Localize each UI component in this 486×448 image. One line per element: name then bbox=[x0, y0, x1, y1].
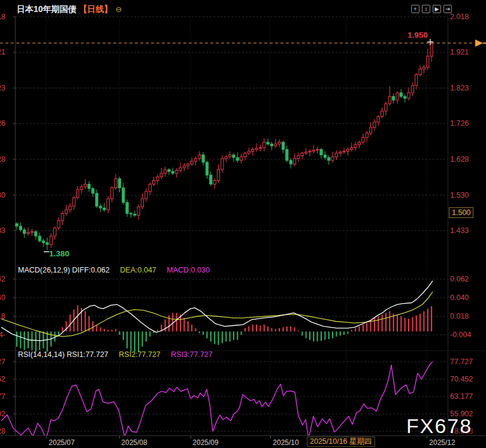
left-rsi-axis-label: 70.452 bbox=[0, 374, 5, 384]
chart-canvas[interactable] bbox=[0, 0, 486, 448]
left-macd-axis-label: 0.062 bbox=[0, 274, 5, 284]
rsi-indicator-name: RSI(14,14,14) bbox=[18, 350, 65, 359]
macd-axis-label: -0.004 bbox=[450, 330, 471, 340]
left-rsi-axis-label: 55.902 bbox=[0, 409, 5, 419]
scroll-to-latest-icon[interactable]: ⇥ bbox=[443, 5, 452, 13]
price-axis-label: 1.433 bbox=[450, 226, 469, 235]
price-axis-label: 1.530 bbox=[450, 190, 469, 200]
left-macd-axis-label: 0.018 bbox=[0, 311, 5, 321]
price-axis-label: 1.823 bbox=[450, 83, 469, 93]
left-price-axis-label: 1.433 bbox=[0, 226, 5, 235]
crosshair-date-label: 2025/10/16 星期四 bbox=[307, 437, 375, 447]
rsi3-value: RSI3:77.727 bbox=[171, 350, 213, 359]
chart-toolbar: +↕▶⇥ bbox=[411, 5, 452, 13]
left-price-axis-label: 1.628 bbox=[0, 155, 5, 164]
x-axis-tick bbox=[270, 436, 271, 438]
left-rsi-axis-label: 77.727 bbox=[0, 357, 5, 367]
macd-axis-label: 0.040 bbox=[450, 293, 469, 302]
pan-tool-icon[interactable]: + bbox=[411, 5, 419, 13]
left-price-axis-label: 1.530 bbox=[0, 190, 5, 200]
left-price-axis-label: 1.823 bbox=[0, 83, 5, 93]
collapse-indicator-icon[interactable]: ⊖ bbox=[116, 5, 122, 14]
rsi2-value: RSI2:77.727 bbox=[119, 350, 161, 359]
price-axis-label: 1.628 bbox=[450, 155, 469, 164]
chart-title-row: 日本10年期国债【日线】⊖ bbox=[17, 4, 122, 15]
macd-axis-label: 0.062 bbox=[450, 274, 469, 284]
left-macd-axis-label: 0.040 bbox=[0, 293, 5, 302]
macd-dea-value: DEA:0.047 bbox=[120, 266, 156, 274]
x-axis-label: 2025/08 bbox=[121, 438, 147, 447]
macd-diff-value: DIFF:0.062 bbox=[72, 266, 110, 274]
x-axis-label: 2025/07 bbox=[49, 438, 74, 447]
low-price-label: 1.380 bbox=[49, 249, 70, 258]
left-price-axis-label: 2.018 bbox=[0, 12, 5, 22]
x-axis-tick bbox=[46, 436, 47, 438]
left-rsi-axis-label: 48.628 bbox=[0, 426, 5, 436]
x-axis-label: 2025/10 bbox=[273, 438, 298, 447]
rsi-axis-label: 63.177 bbox=[450, 392, 473, 401]
left-price-axis-label: 1.726 bbox=[0, 119, 5, 128]
price-axis-label: 1.921 bbox=[450, 47, 469, 57]
fx678-watermark: FX678 bbox=[406, 414, 472, 438]
macd-indicator-name: MACD(26,12,9) bbox=[18, 266, 70, 274]
macd-panel-header: MACD(26,12,9) DIFF:0.062 DEA:0.047 MACD:… bbox=[18, 266, 218, 274]
price-alert-axis-label[interactable]: 1.500 bbox=[449, 207, 473, 218]
period-label[interactable]: 【日线】 bbox=[79, 4, 113, 14]
left-rsi-axis-label: 63.177 bbox=[0, 392, 5, 401]
high-price-label: 1.950 bbox=[407, 31, 428, 40]
x-axis-label: 2025/09 bbox=[192, 438, 218, 447]
x-axis-tick bbox=[191, 436, 191, 438]
price-scale-icon[interactable]: ↕ bbox=[422, 5, 430, 13]
rsi-panel-header: RSI(14,14,14) RSI1:77.727 RSI2:77.727 RS… bbox=[18, 350, 221, 359]
chart-window: 日本10年期国债【日线】⊖ +↕▶⇥ 1.950 1.380 1.500 MAC… bbox=[0, 0, 486, 448]
auto-scale-icon[interactable]: ▶ bbox=[433, 5, 441, 13]
macd-axis-label: 0.018 bbox=[450, 311, 469, 321]
left-macd-axis-label: -0.004 bbox=[0, 330, 5, 340]
x-axis-tick bbox=[119, 436, 120, 438]
price-axis-label: 2.018 bbox=[450, 12, 469, 22]
rsi-axis-label: 70.452 bbox=[450, 374, 473, 384]
chart-plot-area[interactable] bbox=[0, 0, 486, 448]
rsi-axis-label: 77.727 bbox=[450, 357, 473, 367]
rsi1-value: RSI1:77.727 bbox=[67, 350, 108, 359]
x-axis-label: 2025/12 bbox=[429, 438, 455, 447]
left-price-axis-label: 1.921 bbox=[0, 47, 5, 57]
price-axis-label: 1.726 bbox=[450, 119, 469, 128]
instrument-title: 日本10年期国债 bbox=[17, 4, 77, 14]
macd-macd-value: MACD:0.030 bbox=[167, 266, 210, 274]
